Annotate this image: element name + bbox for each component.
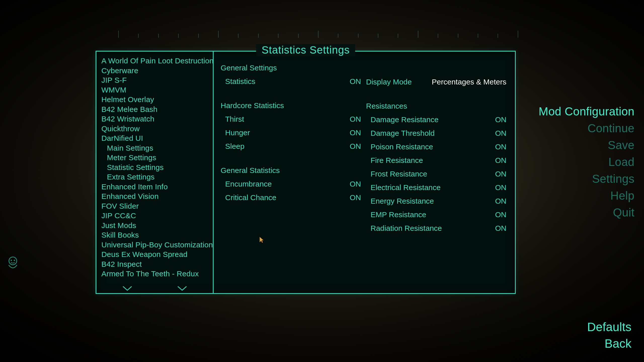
value-fire: ON bbox=[495, 154, 506, 167]
sidebar-item[interactable]: Extra Settings bbox=[101, 172, 213, 182]
sidebar-item[interactable]: Quickthrow bbox=[101, 124, 213, 134]
value-hunger: ON bbox=[350, 126, 361, 139]
sidebar-item[interactable]: DarNified UI bbox=[101, 133, 213, 143]
sidebar-item[interactable]: Statistic Settings bbox=[101, 163, 213, 172]
section-general: General Settings bbox=[221, 64, 361, 72]
sidebar-item[interactable]: B42 Inspect bbox=[101, 259, 213, 269]
row-critical[interactable]: Critical Chance ON bbox=[221, 191, 361, 204]
row-dr[interactable]: Damage Resistance ON bbox=[366, 113, 506, 126]
sidebar-item[interactable]: Main Settings bbox=[101, 143, 213, 153]
sidebar-item[interactable]: Armed To The Teeth - Redux bbox=[101, 269, 213, 279]
panel-title: Statistics Settings bbox=[256, 44, 355, 56]
label-dr: Damage Resistance bbox=[371, 113, 438, 126]
sidebar-item[interactable]: WMVM bbox=[101, 85, 213, 95]
section-resistances: Resistances bbox=[366, 102, 506, 110]
sidebar-item[interactable]: Enhanced Item Info bbox=[101, 182, 213, 192]
row-hunger[interactable]: Hunger ON bbox=[221, 126, 361, 140]
scroll-down-icon bbox=[177, 286, 187, 291]
vault-boy-icon bbox=[5, 255, 21, 272]
menu-quit[interactable]: Quit bbox=[539, 204, 634, 221]
value-frost: ON bbox=[495, 168, 506, 180]
value-critical: ON bbox=[350, 191, 361, 204]
right-column: Display Mode Percentages & Meters Resist… bbox=[366, 64, 506, 293]
sidebar-item[interactable]: JIP S-F bbox=[101, 75, 213, 85]
label-dt: Damage Threshold bbox=[371, 127, 435, 140]
label-hunger: Hunger bbox=[225, 126, 250, 139]
row-emp[interactable]: EMP Resistance ON bbox=[366, 208, 506, 221]
value-poison: ON bbox=[495, 141, 506, 153]
sidebar-item[interactable]: Universal Pip-Boy Customization bbox=[101, 240, 213, 250]
label-display-mode: Display Mode bbox=[366, 76, 412, 88]
sidebar-item[interactable]: A World Of Pain Loot Destruction bbox=[101, 56, 213, 66]
label-energy: Energy Resistance bbox=[371, 195, 434, 207]
value-energy: ON bbox=[495, 195, 506, 207]
menu-load[interactable]: Load bbox=[539, 154, 634, 170]
svg-point-2 bbox=[14, 260, 15, 261]
row-encumbrance[interactable]: Encumbrance ON bbox=[221, 177, 361, 191]
row-rad[interactable]: Radiation Resistance ON bbox=[366, 221, 506, 235]
section-hardcore: Hardcore Statistics bbox=[221, 101, 361, 110]
menu-continue[interactable]: Continue bbox=[539, 120, 634, 137]
value-dt: ON bbox=[495, 127, 506, 140]
row-fire[interactable]: Fire Resistance ON bbox=[366, 154, 506, 167]
sidebar-item[interactable]: FOV Slider bbox=[101, 201, 213, 211]
label-statistics: Statistics bbox=[225, 75, 255, 88]
svg-point-1 bbox=[11, 260, 12, 261]
label-rad: Radiation Resistance bbox=[371, 222, 442, 235]
value-statistics: ON bbox=[350, 75, 361, 88]
menu-settings[interactable]: Settings bbox=[539, 170, 634, 187]
scroll-down-icon bbox=[123, 286, 132, 291]
row-thirst[interactable]: Thirst ON bbox=[221, 112, 361, 126]
label-elec: Electrical Resistance bbox=[371, 181, 440, 194]
sidebar-item[interactable]: Enhanced Vision bbox=[101, 192, 213, 201]
cursor-icon bbox=[259, 236, 264, 243]
sidebar-scroll-arrows[interactable] bbox=[96, 286, 213, 291]
sidebar-item[interactable]: B42 Wristwatch bbox=[101, 114, 213, 124]
row-energy[interactable]: Energy Resistance ON bbox=[366, 194, 506, 208]
value-emp: ON bbox=[495, 208, 506, 221]
row-poison[interactable]: Poison Resistance ON bbox=[366, 140, 506, 154]
value-rad: ON bbox=[495, 222, 506, 235]
left-column: General Settings Statistics ON Hardcore … bbox=[221, 64, 361, 293]
label-fire: Fire Resistance bbox=[371, 154, 423, 167]
menu-mod-configuration[interactable]: Mod Configuration bbox=[539, 103, 634, 120]
menu-save[interactable]: Save bbox=[539, 137, 634, 154]
sidebar-item[interactable]: Helmet Overlay bbox=[101, 95, 213, 105]
top-ruler bbox=[118, 28, 518, 38]
sidebar-item[interactable]: Deus Ex Weapon Spread bbox=[101, 250, 213, 259]
row-frost[interactable]: Frost Resistance ON bbox=[366, 167, 506, 181]
settings-content: General Settings Statistics ON Hardcore … bbox=[214, 52, 515, 293]
pause-menu: Mod Configuration Continue Save Load Set… bbox=[539, 103, 634, 221]
value-encumbrance: ON bbox=[350, 178, 361, 190]
row-sleep[interactable]: Sleep ON bbox=[221, 140, 361, 153]
back-button[interactable]: Back bbox=[587, 335, 631, 352]
row-dt[interactable]: Damage Threshold ON bbox=[366, 126, 506, 140]
svg-point-0 bbox=[9, 257, 17, 265]
label-emp: EMP Resistance bbox=[371, 208, 426, 221]
sidebar-item[interactable]: Meter Settings bbox=[101, 153, 213, 163]
label-poison: Poison Resistance bbox=[371, 141, 433, 153]
label-encumbrance: Encumbrance bbox=[225, 178, 272, 190]
label-critical: Critical Chance bbox=[225, 191, 276, 204]
sidebar-item[interactable]: Just Mods bbox=[101, 221, 213, 231]
sidebar-item[interactable]: B42 Melee Bash bbox=[101, 105, 213, 114]
sidebar-item[interactable]: Cyberware bbox=[101, 66, 213, 76]
value-display-mode: Percentages & Meters bbox=[432, 76, 506, 88]
defaults-button[interactable]: Defaults bbox=[587, 319, 631, 335]
menu-help[interactable]: Help bbox=[539, 187, 634, 204]
mods-sidebar: A World Of Pain Loot DestructionCyberwar… bbox=[96, 52, 214, 293]
sidebar-item[interactable]: Skill Books bbox=[101, 230, 213, 240]
sidebar-item[interactable]: JIP CC&C bbox=[101, 211, 213, 221]
label-frost: Frost Resistance bbox=[371, 168, 427, 180]
value-dr: ON bbox=[495, 113, 506, 126]
bottom-menu: Defaults Back bbox=[587, 319, 631, 352]
row-elec[interactable]: Electrical Resistance ON bbox=[366, 181, 506, 194]
value-elec: ON bbox=[495, 181, 506, 194]
row-display-mode[interactable]: Display Mode Percentages & Meters bbox=[366, 76, 506, 88]
value-thirst: ON bbox=[350, 113, 361, 125]
row-statistics[interactable]: Statistics ON bbox=[221, 75, 361, 88]
settings-panel: Statistics Settings A World Of Pain Loot… bbox=[96, 51, 516, 294]
section-genstats: General Statistics bbox=[221, 166, 361, 175]
label-thirst: Thirst bbox=[225, 113, 244, 125]
label-sleep: Sleep bbox=[225, 140, 245, 153]
